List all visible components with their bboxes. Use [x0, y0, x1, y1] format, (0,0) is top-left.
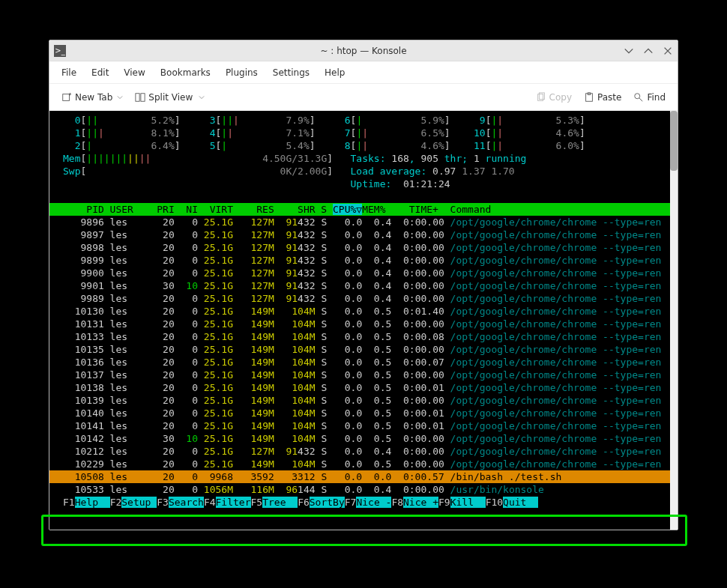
- paste-icon: [584, 92, 594, 103]
- process-row[interactable]: 10142 les 30 10 25.1G 149M 104M S 0.0 0.…: [49, 432, 678, 445]
- fkey-label: Nice +: [403, 497, 438, 508]
- menu-plugins[interactable]: Plugins: [220, 64, 264, 81]
- window-title: ~ : htop — Konsole: [320, 46, 406, 56]
- fkey-label: Search: [169, 497, 204, 508]
- maximize-button[interactable]: [642, 44, 655, 58]
- process-row[interactable]: 10133 les 20 0 25.1G 149M 104M S 0.0 0.5…: [49, 330, 678, 343]
- split-view-label: Split View: [148, 92, 193, 103]
- fkey-label: Kill: [450, 497, 486, 508]
- fkey-F10[interactable]: F10: [486, 497, 503, 508]
- process-row[interactable]: 10140 les 20 0 25.1G 149M 104M S 0.0 0.5…: [49, 407, 678, 419]
- menubar: FileEditViewBookmarksPluginsSettingsHelp: [49, 61, 678, 84]
- process-row[interactable]: 10508 les 20 0 9968 3592 3312 S 0.0 0.0 …: [49, 470, 678, 483]
- find-button[interactable]: Find: [627, 89, 672, 106]
- close-button[interactable]: [661, 44, 675, 58]
- uptime-row: Uptime: 01:21:24: [49, 178, 678, 190]
- fkey-F8[interactable]: F8: [391, 497, 403, 508]
- process-row[interactable]: 10137 les 20 0 25.1G 149M 104M S 0.0 0.5…: [49, 369, 678, 381]
- svg-rect-1: [136, 93, 139, 101]
- terminal-area[interactable]: 0[|| 5.2%] 3[||| 7.9%] 6[| 5.9%] 9[|| 5.…: [49, 111, 678, 530]
- fkey-label: Setup: [121, 497, 157, 508]
- svg-point-7: [635, 93, 640, 98]
- process-row[interactable]: 9898 les 20 0 25.1G 127M 91432 S 0.0 0.4…: [49, 241, 678, 254]
- process-row[interactable]: 9989 les 20 0 25.1G 127M 91432 S 0.0 0.4…: [49, 292, 678, 305]
- process-header[interactable]: PID USER PRI NI VIRT RES SHR S CPU%▽MEM%…: [49, 203, 678, 216]
- split-view-button[interactable]: Split View: [129, 89, 211, 106]
- fkey-F1[interactable]: F1: [63, 497, 75, 508]
- scrollbar-thumb[interactable]: [670, 111, 678, 171]
- fkey-F6[interactable]: F6: [298, 497, 310, 508]
- chevron-down-icon: [199, 94, 205, 100]
- process-row[interactable]: 10130 les 20 0 25.1G 149M 104M S 0.0 0.5…: [49, 305, 678, 318]
- process-row[interactable]: 10136 les 20 0 25.1G 149M 104M S 0.0 0.5…: [49, 356, 678, 369]
- titlebar: >_ ~ : htop — Konsole: [49, 40, 678, 61]
- fkey-F4[interactable]: F4: [204, 497, 216, 508]
- fkey-label: Quit: [503, 497, 538, 508]
- terminal-icon: >_: [54, 45, 66, 57]
- mem-row: Mem[||||||||||| 4.50G/31.3G] Tasks: 168,…: [49, 152, 678, 165]
- fkey-label: Nice -: [356, 497, 391, 508]
- copy-icon: [536, 92, 546, 103]
- process-row[interactable]: 10138 les 20 0 25.1G 149M 104M S 0.0 0.5…: [49, 381, 678, 394]
- process-row[interactable]: 9896 les 20 0 25.1G 127M 91432 S 0.0 0.4…: [49, 216, 678, 228]
- menu-file[interactable]: File: [55, 64, 82, 81]
- copy-button[interactable]: Copy: [530, 89, 578, 106]
- process-row[interactable]: 10135 les 20 0 25.1G 149M 104M S 0.0 0.5…: [49, 343, 678, 356]
- process-row[interactable]: 10212 les 20 0 25.1G 127M 91432 S 0.0 0.…: [49, 445, 678, 458]
- process-row[interactable]: 9899 les 20 0 25.1G 127M 91432 S 0.0 0.4…: [49, 254, 678, 267]
- process-row[interactable]: 10533 les 20 0 1056M 116M 96144 S 0.0 0.…: [49, 483, 678, 496]
- app-window: >_ ~ : htop — Konsole FileEditViewBookma…: [49, 40, 678, 530]
- fkey-F5[interactable]: F5: [251, 497, 263, 508]
- process-row[interactable]: 10131 les 20 0 25.1G 149M 104M S 0.0 0.5…: [49, 318, 678, 330]
- menu-edit[interactable]: Edit: [85, 64, 115, 81]
- new-tab-button[interactable]: New Tab: [55, 89, 129, 106]
- split-view-icon: [135, 92, 145, 103]
- chevron-down-icon: [117, 94, 123, 100]
- paste-button[interactable]: Paste: [578, 89, 627, 106]
- fkey-F2[interactable]: F2: [110, 497, 122, 508]
- process-row[interactable]: 9897 les 20 0 25.1G 127M 91432 S 0.0 0.4…: [49, 228, 678, 241]
- scrollbar[interactable]: [670, 111, 678, 530]
- fkey-F3[interactable]: F3: [157, 497, 169, 508]
- cpu-row: 0[|| 5.2%] 3[||| 7.9%] 6[| 5.9%] 9[|| 5.…: [49, 114, 678, 127]
- menu-settings[interactable]: Settings: [267, 64, 316, 81]
- find-label: Find: [647, 92, 666, 103]
- search-icon: [633, 92, 644, 103]
- process-row[interactable]: 10139 les 20 0 25.1G 149M 104M S 0.0 0.5…: [49, 394, 678, 407]
- process-row[interactable]: 10229 les 20 0 25.1G 149M 104M S 0.0 0.5…: [49, 458, 678, 470]
- toolbar: New Tab Split View Copy Paste Find: [49, 84, 678, 111]
- minimize-button[interactable]: [622, 44, 636, 58]
- function-keys: F1Help F2Setup F3SearchF4FilterF5Tree F6…: [49, 496, 678, 509]
- svg-rect-0: [63, 94, 70, 100]
- process-row[interactable]: 9900 les 20 0 25.1G 127M 91432 S 0.0 0.4…: [49, 267, 678, 279]
- new-tab-icon: [61, 92, 72, 103]
- fkey-label: SortBy: [310, 497, 345, 508]
- fkey-label: Help: [75, 497, 110, 508]
- process-row[interactable]: 9901 les 30 10 25.1G 127M 91432 S 0.0 0.…: [49, 279, 678, 292]
- paste-label: Paste: [597, 92, 621, 103]
- fkey-label: Filter: [216, 497, 251, 508]
- swp-row: Swp[ 0K/2.00G] Load average: 0.97 1.37 1…: [49, 165, 678, 178]
- cpu-row: 2[| 6.4%] 5[| 5.4%] 8[|| 4.6%] 11[|| 6.0…: [49, 139, 678, 152]
- menu-bookmarks[interactable]: Bookmarks: [154, 64, 217, 81]
- process-row[interactable]: 10141 les 20 0 25.1G 149M 104M S 0.0 0.5…: [49, 419, 678, 432]
- fkey-F7[interactable]: F7: [345, 497, 357, 508]
- menu-help[interactable]: Help: [319, 64, 351, 81]
- copy-label: Copy: [549, 92, 572, 103]
- new-tab-label: New Tab: [75, 92, 112, 103]
- fkey-label: Tree: [262, 497, 298, 508]
- svg-rect-2: [141, 93, 145, 101]
- cpu-row: 1[||| 8.1%] 4[|| 7.1%] 7[|| 6.5%] 10[|| …: [49, 127, 678, 139]
- menu-view[interactable]: View: [118, 64, 151, 81]
- fkey-F9[interactable]: F9: [438, 497, 450, 508]
